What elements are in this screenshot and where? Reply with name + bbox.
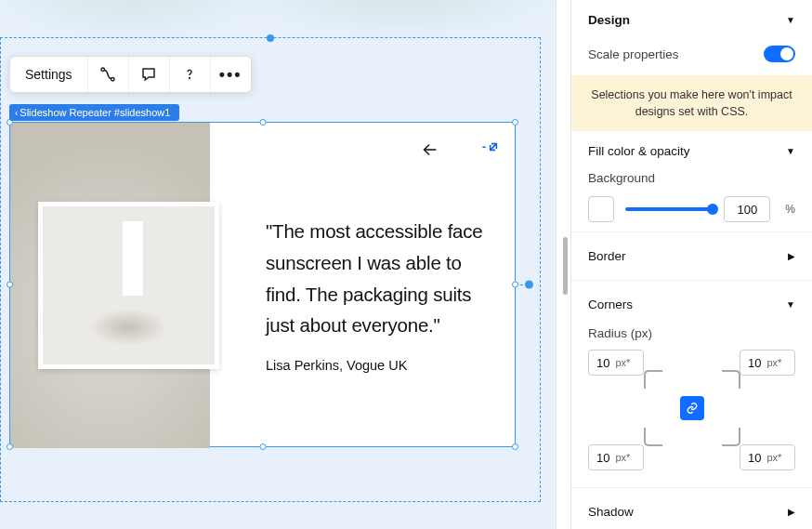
canvas-scrollbar-thumb[interactable]	[563, 237, 568, 295]
radius-label: Radius (px)	[588, 326, 652, 340]
border-title: Border	[588, 249, 626, 263]
expand-resize-icon[interactable]: -	[478, 137, 505, 157]
slide-text-column: "The most accessible face sunscreen I wa…	[266, 123, 496, 446]
shadow-title: Shadow	[588, 505, 634, 519]
radius-input-top-left[interactable]: 10 px*	[588, 350, 644, 376]
radius-grid: 10 px* 10 px* 10 px* 10 px*	[588, 350, 795, 470]
slide-card[interactable]: "The most accessible face sunscreen I wa…	[9, 122, 516, 447]
scale-properties-toggle[interactable]	[764, 46, 795, 62]
divider	[571, 280, 812, 281]
radius-input-top-right[interactable]: 10 px*	[740, 350, 795, 376]
comment-icon[interactable]	[128, 57, 169, 92]
product-image	[38, 202, 219, 369]
chevron-left-icon: ‹	[15, 108, 18, 118]
design-section-header[interactable]: Design ▼	[571, 0, 812, 40]
css-notice-banner: Selections you make here won't impact de…	[571, 75, 812, 131]
radius-input-bottom-left[interactable]: 10 px*	[588, 444, 644, 470]
background-label: Background	[588, 171, 655, 185]
design-title: Design	[588, 13, 630, 27]
corners-title: Corners	[588, 298, 633, 311]
divider	[571, 487, 812, 488]
resize-handle-mr[interactable]	[512, 282, 518, 288]
background-controls-row: 100 %	[571, 187, 812, 228]
opacity-slider-knob[interactable]	[707, 204, 718, 215]
link-corners-button[interactable]	[680, 396, 704, 420]
opacity-slider[interactable]	[625, 207, 713, 211]
radius-br-value: 10	[748, 451, 761, 465]
svg-point-1	[111, 78, 114, 81]
resize-handle-mb[interactable]	[259, 443, 266, 450]
caret-down-icon: ▼	[786, 146, 795, 156]
divider	[571, 231, 812, 232]
radius-unit: px*	[615, 452, 630, 463]
design-panel: Design ▼ Scale properties Selections you…	[570, 0, 812, 529]
scale-properties-row: Scale properties	[571, 40, 812, 75]
caret-right-icon: ▶	[788, 251, 795, 261]
radius-preview-shape	[644, 370, 740, 446]
resize-handle-ml[interactable]	[7, 282, 13, 288]
previous-arrow-icon[interactable]	[420, 139, 440, 164]
caret-down-icon: ▼	[786, 299, 795, 310]
radius-tr-value: 10	[748, 356, 761, 370]
breadcrumb[interactable]: ‹ Slideshow Repeater #slideshow1	[9, 104, 179, 121]
right-anchor-handle[interactable]	[525, 281, 533, 289]
caret-down-icon: ▼	[786, 15, 795, 25]
opacity-unit: %	[781, 203, 795, 216]
opacity-input[interactable]: 100	[724, 196, 770, 222]
resize-handle-br[interactable]	[512, 443, 518, 450]
animation-path-icon[interactable]	[87, 57, 128, 92]
opacity-value: 100	[737, 203, 757, 217]
slide-quote-text: "The most accessible face sunscreen I wa…	[266, 216, 496, 341]
radius-tl-value: 10	[596, 356, 609, 370]
radius-unit: px*	[615, 357, 630, 368]
border-section-header[interactable]: Border ▶	[571, 236, 812, 276]
svg-point-0	[101, 68, 104, 71]
settings-button[interactable]: Settings	[10, 57, 87, 92]
caret-right-icon: ▶	[788, 507, 795, 517]
more-actions-icon[interactable]: •••	[210, 57, 251, 92]
corners-section-header[interactable]: Corners ▼	[571, 284, 812, 324]
top-anchor-handle[interactable]	[267, 34, 274, 42]
resize-handle-bl[interactable]	[7, 443, 13, 450]
slide-author-text: Lisa Perkins, Vogue UK	[266, 358, 496, 373]
radius-input-bottom-right[interactable]: 10 px*	[740, 444, 795, 470]
fill-title: Fill color & opacity	[588, 144, 690, 158]
radius-unit: px*	[766, 357, 781, 368]
background-label-row: Background	[571, 171, 812, 187]
scale-properties-label: Scale properties	[588, 47, 679, 61]
resize-handle-tr[interactable]	[512, 119, 518, 126]
resize-handle-mt[interactable]	[259, 119, 266, 126]
fill-section-header[interactable]: Fill color & opacity ▼	[571, 131, 812, 171]
radius-unit: px*	[766, 452, 781, 463]
background-color-swatch[interactable]	[588, 196, 614, 222]
corners-controls: Radius (px) 10 px* 10 px* 10 px* 10 px*	[571, 324, 812, 483]
svg-point-2	[190, 78, 190, 79]
help-icon[interactable]	[169, 57, 210, 92]
shadow-section-header[interactable]: Shadow ▶	[571, 492, 812, 529]
breadcrumb-label: Slideshow Repeater #slideshow1	[20, 107, 170, 118]
floating-toolbar: Settings •••	[9, 56, 252, 93]
radius-bl-value: 10	[596, 451, 609, 465]
